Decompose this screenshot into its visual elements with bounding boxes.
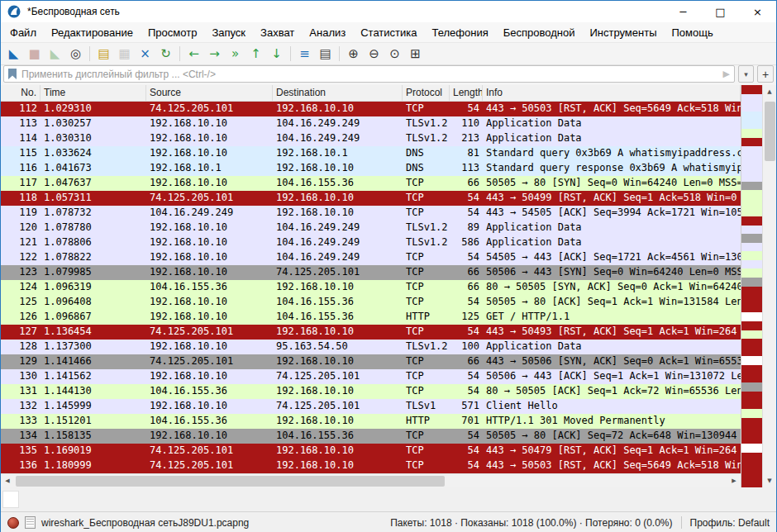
capture-comment-icon[interactable] xyxy=(25,516,36,529)
packet-row-126[interactable]: 1261.096867192.168.10.10104.16.155.36HTT… xyxy=(1,310,741,325)
cell-dst: 104.16.155.36 xyxy=(273,295,403,310)
maximize-button[interactable]: □ xyxy=(702,1,739,22)
go-back-icon[interactable]: ← xyxy=(184,45,204,64)
close-file-icon[interactable]: × xyxy=(135,45,155,64)
packet-row-116[interactable]: 1161.041673192.168.10.1192.168.10.10DNS1… xyxy=(1,161,741,176)
packet-row-112[interactable]: 1121.02931074.125.205.101192.168.10.10TC… xyxy=(1,102,741,116)
go-to-packet-icon[interactable]: » xyxy=(225,45,245,64)
zoom-out-icon[interactable]: ⊖ xyxy=(364,45,384,64)
menu-item-7[interactable]: Статистика xyxy=(353,25,424,40)
menu-item-9[interactable]: Беспроводной xyxy=(496,25,583,40)
column-header-time[interactable]: Time xyxy=(41,85,146,101)
packet-row-113[interactable]: 1131.030257192.168.10.10104.16.249.249TL… xyxy=(1,116,741,131)
window-controls: ─ □ × xyxy=(665,1,776,22)
add-filter-button[interactable]: + xyxy=(757,65,774,83)
minimap-stripe xyxy=(741,182,762,191)
menu-item-2[interactable]: Редактирование xyxy=(44,25,141,40)
packet-row-132[interactable]: 1321.145999192.168.10.1074.125.205.101TL… xyxy=(1,399,741,414)
cell-proto: TCP xyxy=(403,280,450,295)
start-capture-icon[interactable]: ◣ xyxy=(3,45,24,64)
minimap-stripe xyxy=(741,260,762,269)
zoom-original-icon[interactable]: ⊙ xyxy=(384,45,405,64)
cell-src: 192.168.10.10 xyxy=(146,369,273,384)
packet-row-133[interactable]: 1331.151201104.16.155.36192.168.10.10HTT… xyxy=(1,414,741,429)
minimap-stripe xyxy=(741,216,762,226)
packet-row-136[interactable]: 1361.18099974.125.205.101192.168.10.10TC… xyxy=(1,458,741,473)
vertical-scroll-thumb[interactable] xyxy=(765,102,775,161)
packet-row-114[interactable]: 1141.030310192.168.10.10104.16.249.249TL… xyxy=(1,131,741,146)
minimize-button[interactable]: ─ xyxy=(665,1,702,22)
go-forward-icon[interactable]: → xyxy=(204,45,225,64)
packet-row-130[interactable]: 1301.141562192.168.10.1074.125.205.101TC… xyxy=(1,369,741,384)
cell-len: 54 xyxy=(450,369,483,384)
packet-row-119[interactable]: 1191.078732104.16.249.249192.168.10.10TC… xyxy=(1,206,741,221)
auto-scroll-icon[interactable]: ≡ xyxy=(294,45,315,64)
packet-minimap[interactable] xyxy=(741,85,762,487)
menu-item-8[interactable]: Телефония xyxy=(424,25,495,40)
packet-row-122[interactable]: 1221.078822192.168.10.10104.16.249.249TC… xyxy=(1,250,741,265)
resize-columns-icon[interactable]: ⊞ xyxy=(405,45,426,64)
filter-bookmark-icon[interactable] xyxy=(8,69,17,79)
menu-item-3[interactable]: Просмотр xyxy=(141,25,204,40)
minimap-stripe xyxy=(741,462,762,471)
packet-row-131[interactable]: 1311.144130104.16.155.36192.168.10.10TCP… xyxy=(1,384,741,399)
column-header-protocol[interactable]: Protocol xyxy=(403,85,450,101)
capture-options-icon[interactable]: ◎ xyxy=(65,45,86,64)
horizontal-scrollbar[interactable]: ◀ ▶ xyxy=(1,473,741,487)
cell-proto: TLSv1.2 xyxy=(403,116,450,131)
toolbar-separator xyxy=(179,46,180,61)
menu-item-6[interactable]: Анализ xyxy=(302,25,353,40)
filter-dropdown-button[interactable]: ▾ xyxy=(738,65,754,83)
packet-row-129[interactable]: 1291.14146674.125.205.101192.168.10.10TC… xyxy=(1,354,741,369)
menu-item-4[interactable]: Запуск xyxy=(204,25,253,40)
packet-row-123[interactable]: 1231.079985192.168.10.1074.125.205.101TC… xyxy=(1,265,741,280)
cell-src: 74.125.205.101 xyxy=(146,444,273,458)
display-filter-field[interactable]: ▶ xyxy=(3,65,735,83)
column-header-info[interactable]: Info xyxy=(483,85,741,101)
packet-row-120[interactable]: 1201.078780192.168.10.10104.16.249.249TL… xyxy=(1,221,741,235)
colorize-packets-icon[interactable]: ▤ xyxy=(315,45,336,64)
cell-no: 128 xyxy=(1,340,41,354)
save-file-icon: ▦ xyxy=(114,45,135,64)
zoom-in-icon[interactable]: ⊕ xyxy=(343,45,364,64)
scroll-right-icon[interactable]: ▶ xyxy=(727,474,741,487)
cell-proto: TLSv1.2 xyxy=(403,340,450,354)
vertical-scrollbar[interactable]: ▲ ▼ xyxy=(762,85,776,487)
cell-no: 130 xyxy=(1,369,41,384)
cell-dst: 192.168.10.10 xyxy=(273,206,403,221)
cell-src: 104.16.155.36 xyxy=(146,280,273,295)
packet-row-128[interactable]: 1281.137300192.168.10.1095.163.54.50TLSv… xyxy=(1,340,741,354)
apply-filter-icon[interactable]: ▶ xyxy=(723,69,730,79)
packet-row-121[interactable]: 1211.078806192.168.10.10104.16.249.249TL… xyxy=(1,235,741,250)
column-header-no[interactable]: No. xyxy=(1,85,41,101)
scroll-up-icon[interactable]: ▲ xyxy=(763,85,776,98)
menu-item-1[interactable]: Файл xyxy=(2,25,44,40)
minimap-stripe xyxy=(741,112,762,121)
go-first-packet-icon[interactable]: ↑ xyxy=(245,45,266,64)
column-header-destination[interactable]: Destination xyxy=(273,85,403,101)
packet-row-125[interactable]: 1251.096408192.168.10.10104.16.155.36TCP… xyxy=(1,295,741,310)
horizontal-scroll-thumb[interactable] xyxy=(16,476,445,487)
scroll-left-icon[interactable]: ◀ xyxy=(1,474,14,487)
packet-row-127[interactable]: 1271.13645474.125.205.101192.168.10.10TC… xyxy=(1,325,741,340)
packet-row-117[interactable]: 1171.047637192.168.10.10104.16.155.36TCP… xyxy=(1,176,741,191)
reload-file-icon[interactable]: ↻ xyxy=(155,45,176,64)
column-header-source[interactable]: Source xyxy=(146,85,273,101)
close-button[interactable]: × xyxy=(739,1,776,22)
column-header-length[interactable]: Length xyxy=(450,85,483,101)
menu-item-11[interactable]: Помощь xyxy=(665,25,721,40)
go-last-packet-icon[interactable]: ↓ xyxy=(266,45,287,64)
minimap-stripe xyxy=(741,251,762,260)
packet-row-118[interactable]: 1181.05731174.125.205.101192.168.10.10TC… xyxy=(1,191,741,206)
menu-item-10[interactable]: Инструменты xyxy=(582,25,664,40)
scroll-down-icon[interactable]: ▼ xyxy=(763,474,776,487)
packet-row-134[interactable]: 1341.158135192.168.10.10104.16.155.36TCP… xyxy=(1,429,741,444)
menu-item-5[interactable]: Захват xyxy=(253,25,302,40)
packet-row-124[interactable]: 1241.096319104.16.155.36192.168.10.10TCP… xyxy=(1,280,741,295)
profile-label[interactable]: Профиль: Default xyxy=(690,517,770,529)
open-file-icon[interactable]: ▤ xyxy=(93,45,114,64)
packet-row-135[interactable]: 1351.16901974.125.205.101192.168.10.10TC… xyxy=(1,444,741,458)
display-filter-input[interactable] xyxy=(21,69,718,80)
expert-info-icon[interactable] xyxy=(7,517,19,529)
packet-row-115[interactable]: 1151.033624192.168.10.10192.168.10.1DNS8… xyxy=(1,146,741,161)
